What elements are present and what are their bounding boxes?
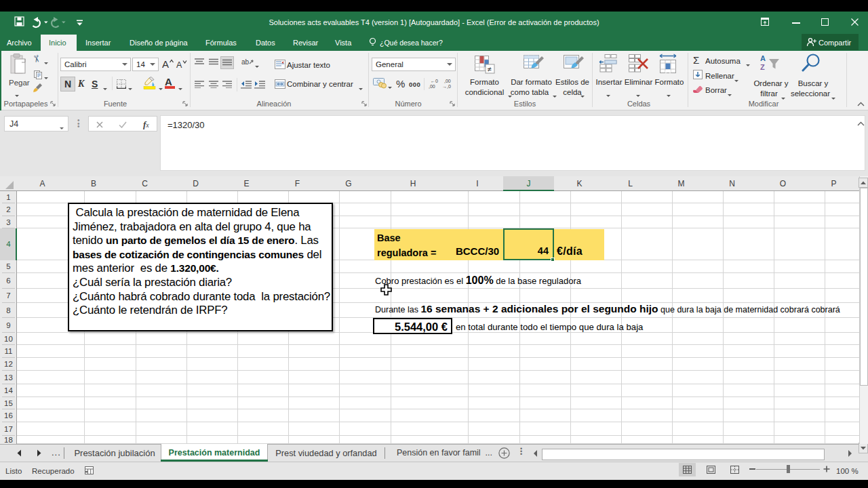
svg-text:→,0: →,0 [442,84,451,89]
svg-text:A: A [176,60,182,70]
svg-text:≠: ≠ [488,65,492,73]
svg-text:,00: ,00 [429,84,435,89]
svg-text:A: A [162,58,169,70]
svg-text:,00: ,00 [444,79,451,83]
svg-text:←0: ←0 [431,79,438,83]
svg-text:ab: ab [241,58,250,66]
